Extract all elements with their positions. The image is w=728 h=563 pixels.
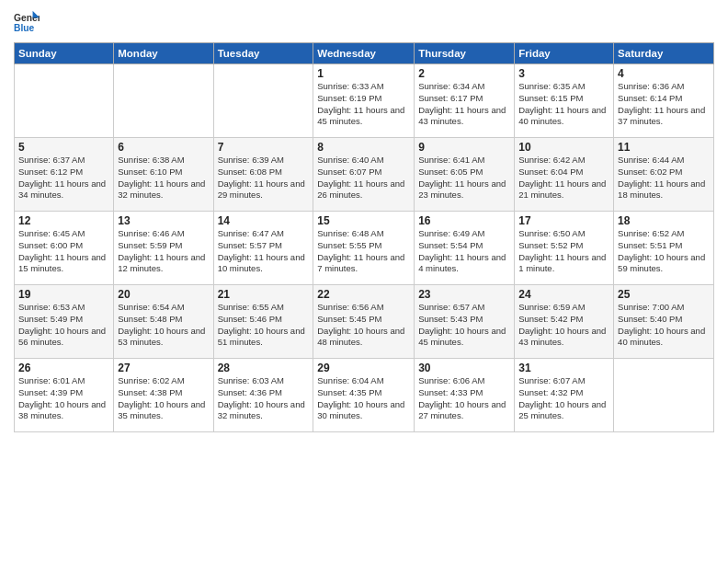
day-number: 23 [418, 288, 510, 301]
calendar-header-monday: Monday [114, 43, 213, 64]
calendar-week-4: 19Sunrise: 6:53 AM Sunset: 5:49 PM Dayli… [15, 285, 714, 359]
day-number: 25 [618, 288, 710, 301]
calendar-week-5: 26Sunrise: 6:01 AM Sunset: 4:39 PM Dayli… [15, 359, 714, 432]
day-number: 19 [18, 288, 109, 301]
day-info: Sunrise: 6:36 AM Sunset: 6:14 PM Dayligh… [618, 81, 710, 128]
calendar-cell: 2Sunrise: 6:34 AM Sunset: 6:17 PM Daylig… [415, 64, 515, 138]
calendar-cell: 14Sunrise: 6:47 AM Sunset: 5:57 PM Dayli… [213, 212, 313, 285]
calendar-cell: 31Sunrise: 6:07 AM Sunset: 4:32 PM Dayli… [515, 359, 614, 432]
day-number: 14 [218, 214, 310, 227]
calendar-cell [614, 359, 714, 432]
calendar-cell: 22Sunrise: 6:56 AM Sunset: 5:45 PM Dayli… [313, 285, 415, 359]
calendar-cell: 24Sunrise: 6:59 AM Sunset: 5:42 PM Dayli… [515, 285, 614, 359]
calendar-cell: 16Sunrise: 6:49 AM Sunset: 5:54 PM Dayli… [415, 212, 515, 285]
day-info: Sunrise: 6:47 AM Sunset: 5:57 PM Dayligh… [218, 228, 310, 275]
calendar-week-2: 5Sunrise: 6:37 AM Sunset: 6:12 PM Daylig… [15, 138, 714, 212]
day-number: 31 [518, 362, 609, 374]
day-number: 26 [18, 362, 109, 374]
day-number: 8 [317, 141, 410, 154]
day-info: Sunrise: 6:38 AM Sunset: 6:10 PM Dayligh… [118, 155, 209, 201]
day-info: Sunrise: 6:37 AM Sunset: 6:12 PM Dayligh… [18, 155, 109, 201]
day-number: 5 [18, 141, 109, 154]
day-info: Sunrise: 6:54 AM Sunset: 5:48 PM Dayligh… [118, 302, 209, 349]
day-number: 17 [518, 214, 609, 227]
day-info: Sunrise: 6:55 AM Sunset: 5:46 PM Dayligh… [218, 302, 310, 349]
day-info: Sunrise: 6:02 AM Sunset: 4:38 PM Dayligh… [118, 375, 209, 422]
calendar-cell: 29Sunrise: 6:04 AM Sunset: 4:35 PM Dayli… [313, 359, 415, 432]
calendar-cell: 23Sunrise: 6:57 AM Sunset: 5:43 PM Dayli… [415, 285, 515, 359]
day-info: Sunrise: 6:41 AM Sunset: 6:05 PM Dayligh… [418, 155, 510, 201]
day-info: Sunrise: 6:42 AM Sunset: 6:04 PM Dayligh… [518, 155, 609, 201]
page-container: General Blue SundayMondayTuesdayWednesda… [0, 0, 728, 440]
calendar-cell: 17Sunrise: 6:50 AM Sunset: 5:52 PM Dayli… [515, 212, 614, 285]
logo: General Blue [14, 9, 43, 35]
day-info: Sunrise: 6:03 AM Sunset: 4:36 PM Dayligh… [218, 375, 310, 422]
calendar-cell: 20Sunrise: 6:54 AM Sunset: 5:48 PM Dayli… [114, 285, 213, 359]
day-number: 27 [118, 362, 209, 374]
calendar-cell: 7Sunrise: 6:39 AM Sunset: 6:08 PM Daylig… [213, 138, 313, 212]
calendar-cell: 3Sunrise: 6:35 AM Sunset: 6:15 PM Daylig… [515, 64, 614, 138]
day-number: 1 [317, 67, 410, 80]
day-info: Sunrise: 6:04 AM Sunset: 4:35 PM Dayligh… [317, 375, 410, 422]
calendar-cell: 8Sunrise: 6:40 AM Sunset: 6:07 PM Daylig… [313, 138, 415, 212]
calendar-header-wednesday: Wednesday [313, 43, 415, 64]
day-info: Sunrise: 6:50 AM Sunset: 5:52 PM Dayligh… [518, 228, 609, 275]
calendar-cell: 4Sunrise: 6:36 AM Sunset: 6:14 PM Daylig… [614, 64, 714, 138]
day-info: Sunrise: 6:56 AM Sunset: 5:45 PM Dayligh… [317, 302, 410, 349]
calendar-cell: 15Sunrise: 6:48 AM Sunset: 5:55 PM Dayli… [313, 212, 415, 285]
day-number: 28 [218, 362, 310, 374]
calendar-header-tuesday: Tuesday [213, 43, 313, 64]
header: General Blue [14, 9, 714, 35]
calendar-week-1: 1Sunrise: 6:33 AM Sunset: 6:19 PM Daylig… [15, 64, 714, 138]
day-info: Sunrise: 6:53 AM Sunset: 5:49 PM Dayligh… [18, 302, 109, 349]
calendar-cell [15, 64, 114, 138]
day-number: 13 [118, 214, 209, 227]
calendar-cell [213, 64, 313, 138]
day-info: Sunrise: 6:57 AM Sunset: 5:43 PM Dayligh… [418, 302, 510, 349]
day-number: 30 [418, 362, 510, 374]
day-info: Sunrise: 6:45 AM Sunset: 6:00 PM Dayligh… [18, 228, 109, 275]
calendar-header-sunday: Sunday [15, 43, 114, 64]
calendar-cell: 13Sunrise: 6:46 AM Sunset: 5:59 PM Dayli… [114, 212, 213, 285]
calendar-table: SundayMondayTuesdayWednesdayThursdayFrid… [14, 42, 714, 432]
calendar-header-friday: Friday [515, 43, 614, 64]
calendar-cell [114, 64, 213, 138]
day-info: Sunrise: 6:46 AM Sunset: 5:59 PM Dayligh… [118, 228, 209, 275]
day-number: 15 [317, 214, 410, 227]
calendar-cell: 6Sunrise: 6:38 AM Sunset: 6:10 PM Daylig… [114, 138, 213, 212]
day-info: Sunrise: 6:52 AM Sunset: 5:51 PM Dayligh… [618, 228, 710, 275]
day-info: Sunrise: 6:40 AM Sunset: 6:07 PM Dayligh… [317, 155, 410, 201]
day-number: 10 [518, 141, 609, 154]
day-info: Sunrise: 6:48 AM Sunset: 5:55 PM Dayligh… [317, 228, 410, 275]
day-number: 22 [317, 288, 410, 301]
day-number: 11 [618, 141, 710, 154]
day-number: 24 [518, 288, 609, 301]
calendar-header-saturday: Saturday [614, 43, 714, 64]
calendar-header-thursday: Thursday [415, 43, 515, 64]
day-number: 18 [618, 214, 710, 227]
day-info: Sunrise: 7:00 AM Sunset: 5:40 PM Dayligh… [618, 302, 710, 349]
calendar-cell: 27Sunrise: 6:02 AM Sunset: 4:38 PM Dayli… [114, 359, 213, 432]
day-number: 29 [317, 362, 410, 374]
day-number: 12 [18, 214, 109, 227]
calendar-cell: 10Sunrise: 6:42 AM Sunset: 6:04 PM Dayli… [515, 138, 614, 212]
day-info: Sunrise: 6:39 AM Sunset: 6:08 PM Dayligh… [218, 155, 310, 201]
calendar-cell: 9Sunrise: 6:41 AM Sunset: 6:05 PM Daylig… [415, 138, 515, 212]
day-number: 4 [618, 67, 710, 80]
day-number: 6 [118, 141, 209, 154]
calendar-body: 1Sunrise: 6:33 AM Sunset: 6:19 PM Daylig… [15, 64, 714, 432]
day-number: 9 [418, 141, 510, 154]
calendar-cell: 18Sunrise: 6:52 AM Sunset: 5:51 PM Dayli… [614, 212, 714, 285]
day-info: Sunrise: 6:34 AM Sunset: 6:17 PM Dayligh… [418, 81, 510, 128]
day-info: Sunrise: 6:06 AM Sunset: 4:33 PM Dayligh… [418, 375, 510, 422]
day-number: 21 [218, 288, 310, 301]
day-number: 3 [518, 67, 609, 80]
day-number: 2 [418, 67, 510, 80]
calendar-header-row: SundayMondayTuesdayWednesdayThursdayFrid… [15, 43, 714, 64]
day-info: Sunrise: 6:07 AM Sunset: 4:32 PM Dayligh… [518, 375, 609, 422]
day-number: 7 [218, 141, 310, 154]
calendar-week-3: 12Sunrise: 6:45 AM Sunset: 6:00 PM Dayli… [15, 212, 714, 285]
calendar-cell: 26Sunrise: 6:01 AM Sunset: 4:39 PM Dayli… [15, 359, 114, 432]
calendar-cell: 1Sunrise: 6:33 AM Sunset: 6:19 PM Daylig… [313, 64, 415, 138]
day-number: 20 [118, 288, 209, 301]
